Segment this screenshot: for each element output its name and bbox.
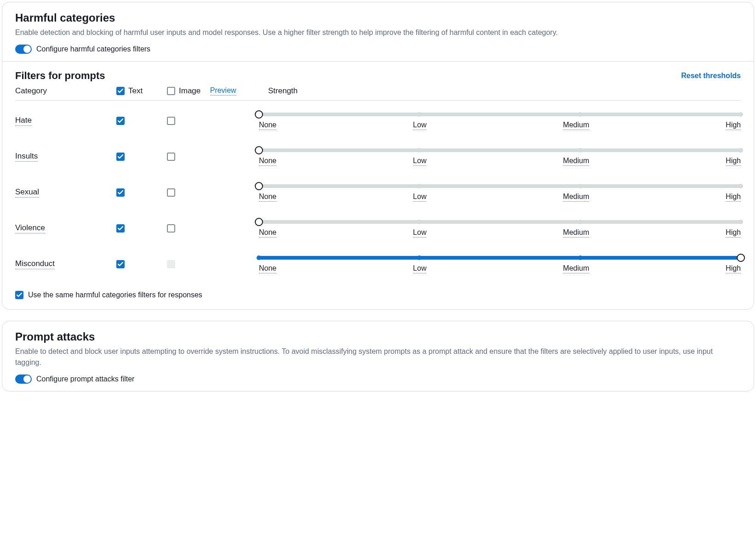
col-category: Category [15,86,47,96]
header-text-checkbox[interactable] [116,87,125,95]
slider-label: Medium [563,157,589,166]
filter-row: Sexual NoneLowMediumHigh [15,178,741,214]
row-image-checkbox[interactable] [167,188,175,197]
row-text-checkbox[interactable] [116,117,125,125]
slider-thumb[interactable] [737,254,745,262]
row-image-checkbox [167,260,175,268]
slider-labels: NoneLowMediumHigh [259,264,741,273]
category-name: Insults [15,152,38,162]
filter-row: Hate NoneLowMediumHigh [15,106,741,142]
slider-track [259,256,741,260]
slider-thumb[interactable] [255,218,263,226]
row-text-checkbox[interactable] [116,224,125,233]
category-name: Misconduct [15,259,55,269]
slider-tick [417,112,422,117]
harmful-header: Harmful categories Enable detection and … [2,2,754,61]
slider-tick [417,148,422,153]
filters-header: Filters for prompts Reset thresholds [15,70,741,82]
strength-slider[interactable]: NoneLowMediumHigh [259,183,741,202]
slider-label: None [259,193,276,202]
slider-tick [417,184,422,188]
category-name: Violence [15,223,45,233]
filters-grid: Category Text Image Preview Strengt [15,86,741,285]
strength-slider[interactable]: NoneLowMediumHigh [259,219,741,238]
slider-label: Medium [563,228,589,238]
category-name: Hate [15,116,32,126]
harmful-description: Enable detection and blocking of harmful… [15,27,741,38]
same-for-responses-checkbox[interactable] [15,291,23,299]
filters-grid-body: Hate NoneLowMediumHigh Insults [15,106,741,285]
row-image-checkbox[interactable] [167,224,175,233]
slider-tick [578,148,583,153]
slider-labels: NoneLowMediumHigh [259,157,741,166]
slider-tick [578,255,583,260]
header-image-checkbox[interactable] [167,87,175,95]
slider-label: High [726,157,741,166]
slider-label: High [726,193,741,202]
slider-tick [578,184,583,188]
prompt-attacks-header: Prompt attacks Enable to detect and bloc… [2,321,754,391]
col-image: Image [179,86,200,96]
slider-label: Medium [563,193,589,202]
row-image-checkbox[interactable] [167,117,175,125]
slider-thumb[interactable] [255,182,263,190]
strength-slider[interactable]: NoneLowMediumHigh [259,148,741,166]
slider-tick [417,220,422,224]
slider-track [259,148,741,152]
slider-label: Low [413,157,426,166]
harmful-title: Harmful categories [15,11,741,24]
slider-tick [739,148,743,153]
slider-tick [739,184,743,188]
strength-slider[interactable]: NoneLowMediumHigh [259,255,741,273]
slider-label: Low [413,264,426,273]
filters-grid-header: Category Text Image Preview Strengt [15,86,741,101]
prompt-attacks-description: Enable to detect and block user inputs a… [15,346,741,368]
slider-labels: NoneLowMediumHigh [259,121,741,130]
row-text-checkbox[interactable] [116,188,125,197]
slider-thumb[interactable] [255,146,263,154]
row-text-checkbox[interactable] [116,260,125,268]
filter-row: Insults NoneLowMediumHigh [15,142,741,178]
harmful-toggle-row: Configure harmful categories filters [15,45,741,54]
slider-track [259,220,741,224]
row-text-checkbox[interactable] [116,153,125,161]
strength-slider[interactable]: NoneLowMediumHigh [259,112,741,130]
slider-label: High [726,228,741,238]
prompt-attacks-toggle-label: Configure prompt attacks filter [36,375,134,383]
slider-label: High [726,121,741,130]
slider-labels: NoneLowMediumHigh [259,193,741,202]
toggle-knob [23,45,31,53]
reset-thresholds-button[interactable]: Reset thresholds [681,72,741,80]
slider-tick [578,112,583,117]
col-strength: Strength [268,86,298,96]
slider-labels: NoneLowMediumHigh [259,228,741,238]
slider-label: High [726,264,741,273]
slider-fill [259,256,741,260]
row-image-checkbox[interactable] [167,153,175,161]
slider-label: None [259,157,276,166]
slider-label: None [259,121,276,130]
slider-tick [578,220,583,224]
prompt-attacks-toggle-row: Configure prompt attacks filter [15,375,741,384]
slider-label: Low [413,193,426,202]
same-for-responses-label: Use the same harmful categories filters … [28,291,202,299]
slider-thumb[interactable] [255,110,263,119]
slider-label: Low [413,228,426,238]
slider-tick [417,255,422,260]
harmful-toggle[interactable] [15,45,32,54]
slider-tick [739,112,743,117]
slider-label: Low [413,121,426,130]
slider-label: None [259,264,276,273]
harmful-categories-panel: Harmful categories Enable detection and … [2,2,754,310]
prompt-attacks-panel: Prompt attacks Enable to detect and bloc… [2,321,754,392]
slider-label: Medium [563,264,589,273]
prompt-attacks-toggle[interactable] [15,375,32,384]
filters-subpanel: Filters for prompts Reset thresholds Cat… [2,61,754,309]
image-preview-link[interactable]: Preview [210,86,236,96]
toggle-knob [23,375,31,383]
slider-label: None [259,228,276,238]
harmful-toggle-label: Configure harmful categories filters [36,45,150,53]
slider-track [259,113,741,116]
col-text: Text [128,86,143,96]
category-name: Sexual [15,187,39,198]
